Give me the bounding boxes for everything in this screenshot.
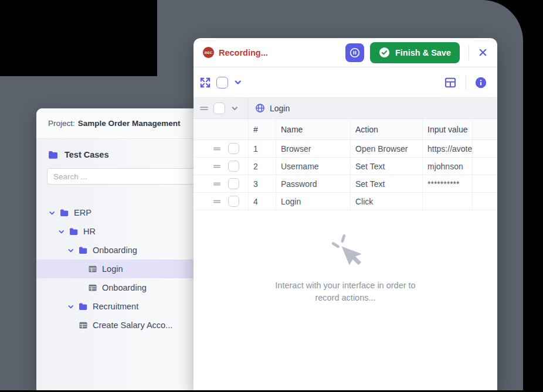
step-action: Open Browser — [350, 140, 422, 157]
rec-badge-icon: REC — [203, 47, 214, 58]
cursor-click-icon — [326, 233, 365, 269]
table-row[interactable]: 2 Username Set Text mjohnson — [194, 158, 497, 175]
chevron-down-icon — [230, 104, 239, 113]
finish-save-button[interactable]: Finish & Save — [370, 42, 460, 63]
section-title: Test Cases — [65, 150, 109, 159]
step-number: 2 — [248, 158, 276, 175]
step-action: Set Text — [350, 175, 422, 192]
close-button[interactable] — [478, 47, 488, 57]
chevron-down-icon[interactable] — [48, 209, 56, 217]
table-row[interactable]: 4 Login Click — [194, 193, 497, 210]
table-icon — [444, 76, 457, 89]
step-input: mjohnson — [422, 158, 472, 175]
step-name: Password — [276, 175, 350, 192]
test-case-icon — [88, 283, 97, 292]
table-view-button[interactable] — [444, 76, 457, 89]
info-button[interactable] — [475, 77, 487, 88]
divider — [466, 75, 466, 90]
recorder-toolbar — [194, 67, 497, 98]
step-group-row[interactable]: Login — [194, 98, 497, 119]
step-name: Login — [276, 193, 350, 210]
table-header-row: # Name Action Input value — [194, 119, 497, 140]
col-header-input: Input value — [422, 119, 472, 139]
drag-handle-icon — [213, 162, 221, 171]
drag-handle[interactable] — [213, 145, 221, 153]
recording-status: Recording... — [219, 48, 268, 57]
chevron-down-icon — [233, 78, 242, 87]
tree-item-label: Create Salary Acco... — [93, 321, 172, 330]
col-header-name: Name — [276, 119, 350, 139]
project-label: Project: — [48, 119, 75, 128]
step-number: 4 — [248, 193, 276, 210]
globe-icon — [255, 103, 265, 113]
step-action: Click — [350, 193, 422, 210]
drag-handle[interactable] — [199, 104, 209, 113]
col-header-num: # — [248, 119, 276, 139]
expand-button[interactable] — [199, 77, 211, 88]
group-checkbox[interactable] — [213, 103, 225, 114]
tree-item-label: Onboarding — [102, 283, 147, 292]
project-name: Sample Order Management — [78, 119, 181, 128]
black-corner — [0, 0, 157, 76]
drag-handle-icon — [213, 180, 221, 188]
tree-item-label: Onboarding — [93, 246, 137, 255]
drag-handle-icon — [213, 197, 221, 206]
test-case-icon — [88, 264, 97, 274]
folder-icon — [79, 302, 88, 311]
info-icon — [475, 77, 487, 88]
col-header-action: Action — [350, 119, 422, 139]
select-menu-button[interactable] — [233, 78, 242, 87]
finish-save-label: Finish & Save — [395, 48, 451, 57]
chevron-down-icon[interactable] — [67, 247, 75, 254]
step-name: Username — [276, 158, 350, 175]
step-input: https://avotes... — [422, 140, 472, 157]
step-input — [422, 193, 472, 210]
step-input: ********** — [422, 175, 472, 192]
pause-button[interactable] — [345, 43, 364, 62]
table-row[interactable]: 3 Password Set Text ********** — [194, 175, 497, 193]
row-checkbox[interactable] — [228, 161, 239, 172]
recorder-header: REC Recording... Finish & Save — [194, 38, 497, 67]
row-checkbox[interactable] — [228, 178, 239, 189]
folder-icon — [60, 208, 69, 217]
chevron-down-icon[interactable] — [57, 228, 66, 236]
expand-icon — [199, 77, 211, 88]
drag-handle[interactable] — [213, 162, 221, 171]
tree-item-label: Recruitment — [93, 302, 138, 311]
close-icon — [478, 47, 488, 57]
group-name: Login — [270, 104, 290, 113]
step-name: Browser — [276, 140, 350, 157]
folder-icon — [69, 227, 79, 236]
empty-state-line1: Interact with your interface in order to — [275, 279, 415, 292]
pause-icon — [349, 47, 361, 59]
drag-handle[interactable] — [213, 180, 221, 188]
folder-icon — [79, 246, 88, 255]
tree-item-label: ERP — [74, 208, 91, 217]
table-row[interactable]: 1 Browser Open Browser https://avotes... — [194, 140, 497, 158]
empty-state-line2: record actions... — [275, 292, 415, 304]
drag-handle-icon — [199, 104, 209, 113]
empty-state: Interact with your interface in order to… — [194, 210, 497, 390]
chevron-down-icon[interactable] — [67, 303, 75, 311]
select-all-checkbox[interactable] — [216, 77, 228, 88]
divider — [469, 45, 469, 60]
test-case-icon — [79, 321, 88, 330]
recorder-panel: REC Recording... Finish & Save — [194, 38, 497, 390]
step-number: 1 — [248, 140, 276, 157]
step-action: Set Text — [350, 158, 422, 175]
step-number: 3 — [248, 175, 276, 192]
check-circle-icon — [379, 47, 390, 58]
collapse-group-button[interactable] — [230, 104, 239, 113]
tree-item-label: HR — [83, 227, 96, 236]
folder-icon — [48, 149, 59, 160]
row-checkbox[interactable] — [228, 143, 239, 154]
tree-item-label: Login — [102, 264, 123, 274]
row-checkbox[interactable] — [228, 196, 239, 207]
drag-handle-icon — [213, 145, 221, 153]
drag-handle[interactable] — [213, 197, 221, 206]
